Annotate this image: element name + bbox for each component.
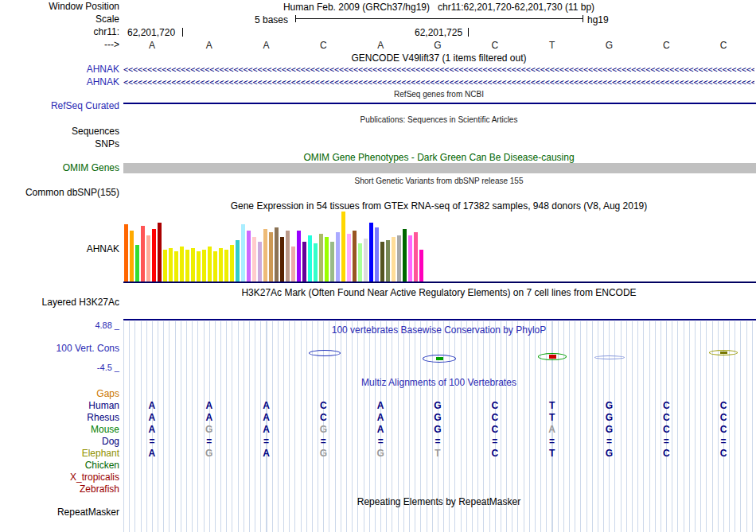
gtex-tissue-bar[interactable]: [275, 227, 279, 282]
gtex-tissue-bar[interactable]: [314, 243, 318, 282]
gtex-tissue-bar[interactable]: [169, 248, 173, 282]
gtex-tissue-bar[interactable]: [180, 247, 184, 282]
gtex-tissue-bar[interactable]: [152, 229, 156, 282]
gencode-track-title[interactable]: GENCODE V49lift37 (1 items filtered out): [123, 52, 754, 64]
gtex-tissue-bar[interactable]: [325, 237, 329, 282]
gtex-tissue-bar[interactable]: [386, 240, 390, 282]
gtex-tissue-bar[interactable]: [141, 226, 145, 282]
refseq-gene-line[interactable]: [123, 103, 756, 104]
omim-track-title[interactable]: OMIM Gene Phenotypes - Dark Green Can Be…: [123, 152, 754, 163]
gtex-tissue-bar[interactable]: [236, 240, 240, 282]
gtex-tissue-bar[interactable]: [252, 237, 256, 282]
species-label-mouse[interactable]: Mouse: [0, 424, 119, 436]
gtex-tissue-bar[interactable]: [308, 235, 312, 282]
multiz-track-title[interactable]: Multiz Alignments of 100 Vertebrates: [123, 377, 754, 388]
alignment-base: [409, 460, 466, 472]
gtex-tissue-bar[interactable]: [280, 237, 284, 282]
repeatmasker-track-title[interactable]: Repeating Elements by RepeatMasker: [123, 496, 754, 507]
species-label-x_tropicalis[interactable]: X_tropicalis: [0, 472, 119, 483]
gtex-tissue-bar[interactable]: [392, 237, 396, 282]
alignment-base: [581, 388, 638, 400]
refseq-track-title[interactable]: RefSeq genes from NCBI: [123, 90, 754, 99]
gtex-tissue-bar[interactable]: [419, 250, 423, 282]
species-label-rhesus[interactable]: Rhesus: [0, 412, 119, 424]
gtex-tissue-bar[interactable]: [336, 232, 340, 282]
gtex-tissue-bar[interactable]: [130, 231, 134, 282]
gtex-tissue-bar[interactable]: [297, 231, 301, 282]
h3k27ac-track-title[interactable]: H3K27Ac Mark (Often Found Near Active Re…: [123, 287, 754, 298]
gtex-tissue-bar[interactable]: [286, 231, 290, 282]
gtex-tissue-bar[interactable]: [319, 234, 323, 282]
publications-snps-label[interactable]: SNPs: [0, 139, 119, 150]
gtex-tissue-bar[interactable]: [358, 243, 362, 282]
gtex-tissue-bar[interactable]: [364, 239, 368, 282]
gtex-tissue-bar[interactable]: [174, 251, 178, 282]
gtex-tissue-bar[interactable]: [302, 242, 306, 282]
gene-model-ahnak-1[interactable]: <<<<<<<<<<<<<<<<<<<<<<<<<<<<<<<<<<<<<<<<…: [123, 65, 754, 75]
alignment-base: [637, 472, 695, 483]
publications-sequences-label[interactable]: Sequences: [0, 126, 119, 137]
base-letter: C: [695, 40, 752, 51]
gtex-tissue-bar[interactable]: [369, 223, 373, 282]
gtex-tissue-bar[interactable]: [397, 235, 401, 282]
gtex-tissue-bar[interactable]: [163, 250, 167, 282]
species-label-gaps[interactable]: Gaps: [0, 388, 119, 400]
alignment-base: C: [466, 412, 524, 424]
gtex-tissue-bar[interactable]: [414, 232, 418, 282]
gtex-tissue-bar[interactable]: [269, 232, 273, 282]
gtex-tissue-bar[interactable]: [213, 251, 217, 282]
alignment-base: C: [695, 400, 752, 412]
gtex-tissue-bar[interactable]: [347, 234, 351, 282]
gene-label-ahnak-1[interactable]: AHNAK: [0, 64, 119, 75]
repeatmasker-label[interactable]: RepeatMasker: [0, 507, 119, 518]
gtex-tissue-bar[interactable]: [158, 223, 162, 282]
publications-track-title[interactable]: Publications: Sequences in Scientific Ar…: [123, 115, 754, 124]
gene-label-ahnak-2[interactable]: AHNAK: [0, 77, 119, 87]
gtex-tissue-bar[interactable]: [375, 227, 379, 282]
gtex-tissue-bar[interactable]: [202, 250, 206, 282]
gtex-tissue-bar[interactable]: [208, 247, 212, 282]
species-label-zebrafish[interactable]: Zebrafish: [0, 483, 119, 495]
gene-model-ahnak-2[interactable]: <<<<<<<<<<<<<<<<<<<<<<<<<<<<<<<<<<<<<<<<…: [123, 78, 754, 87]
gtex-tissue-bar[interactable]: [191, 248, 195, 282]
gtex-tissue-bar[interactable]: [185, 250, 189, 282]
gtex-tissue-bar[interactable]: [330, 242, 334, 282]
gtex-tissue-bar[interactable]: [380, 242, 384, 282]
gtex-tissue-bar[interactable]: [258, 242, 262, 282]
gtex-tissue-bar[interactable]: [408, 235, 412, 282]
species-label-dog[interactable]: Dog: [0, 436, 119, 448]
gtex-gene-label[interactable]: AHNAK: [0, 244, 119, 254]
gtex-tissue-bar[interactable]: [224, 250, 228, 282]
gtex-tissue-bar[interactable]: [135, 245, 139, 282]
refseq-curated-label[interactable]: RefSeq Curated: [0, 101, 119, 111]
species-label-human[interactable]: Human: [0, 400, 119, 412]
gtex-tissue-bar[interactable]: [291, 247, 295, 282]
alignment-base: C: [466, 400, 524, 412]
multiz-species-row: HumanAAACAGCTGCC: [0, 400, 756, 412]
gtex-tissue-bar[interactable]: [341, 212, 345, 282]
gtex-tissue-bar[interactable]: [197, 251, 201, 282]
h3k27ac-label[interactable]: Layered H3K27Ac: [0, 297, 119, 308]
alignment-base: [352, 388, 409, 400]
gtex-tissue-bar[interactable]: [353, 231, 357, 282]
gtex-tissue-bar[interactable]: [241, 224, 245, 282]
alignment-base: T: [524, 448, 581, 460]
gtex-tissue-bar[interactable]: [263, 229, 267, 282]
gtex-tissue-bar[interactable]: [230, 245, 234, 282]
species-label-chicken[interactable]: Chicken: [0, 460, 119, 472]
dbsnp-label[interactable]: Common dbSNP(155): [0, 188, 119, 198]
omim-genes-label[interactable]: OMIM Genes: [0, 163, 119, 173]
conservation-track-title[interactable]: 100 vertebrates Basewise Conservation by…: [123, 324, 754, 336]
species-label-elephant[interactable]: Elephant: [0, 448, 119, 460]
dbsnp-track-title[interactable]: Short Genetic Variants from dbSNP releas…: [123, 177, 754, 185]
gtex-tissue-bar[interactable]: [146, 235, 150, 282]
omim-gene-bar[interactable]: [123, 163, 756, 173]
alignment-base: =: [409, 436, 466, 448]
gtex-tissue-bar[interactable]: [124, 224, 128, 282]
gtex-track-title[interactable]: Gene Expression in 54 tissues from GTEx …: [123, 200, 754, 212]
gtex-tissue-bar[interactable]: [219, 248, 223, 282]
alignment-base: G: [352, 448, 409, 460]
gtex-tissue-bar[interactable]: [403, 229, 407, 282]
gtex-tissue-bar[interactable]: [247, 231, 251, 282]
conservation-label[interactable]: 100 Vert. Cons: [0, 344, 119, 354]
